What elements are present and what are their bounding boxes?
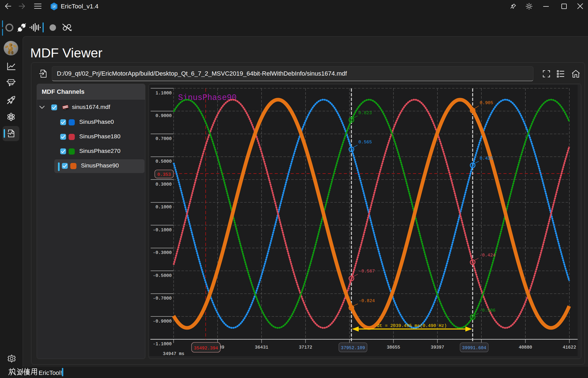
svg-text:-0.1000: -0.1000 [153, 228, 172, 233]
svg-text:-0.567: -0.567 [359, 269, 375, 274]
svg-text:dt = 2039.495 ms(0.490 Hz): dt = 2039.495 ms(0.490 Hz) [377, 323, 447, 328]
svg-text:-0.906: -0.906 [479, 308, 496, 313]
svg-text:0.823: 0.823 [358, 111, 372, 116]
svg-text:-1.1000: -1.1000 [153, 342, 172, 347]
svg-text:37952.109: 37952.109 [341, 346, 365, 351]
svg-text:EricTool!: EricTool! [39, 369, 62, 376]
svg-text:0.353: 0.353 [157, 172, 171, 177]
svg-text:36431: 36431 [255, 345, 268, 350]
svg-text:-0.7000: -0.7000 [153, 296, 172, 301]
svg-text:-0.3000: -0.3000 [153, 250, 172, 255]
svg-text:0.905: 0.905 [480, 101, 493, 106]
svg-text:0.9000: 0.9000 [155, 113, 172, 118]
svg-text:0.3000: 0.3000 [155, 182, 172, 187]
svg-text:41622: 41622 [563, 345, 576, 350]
svg-text:39991.604: 39991.604 [462, 346, 486, 351]
svg-text:37172: 37172 [299, 345, 312, 350]
svg-text:0.7000: 0.7000 [155, 136, 172, 141]
svg-text:-0.424: -0.424 [479, 253, 496, 258]
svg-text:-0.9000: -0.9000 [153, 319, 172, 324]
svg-text:1.1000: 1.1000 [155, 91, 172, 96]
svg-text:0.5000: 0.5000 [155, 159, 172, 164]
svg-text:0.1000: 0.1000 [155, 205, 172, 210]
svg-text:34947 ms: 34947 ms [163, 351, 185, 356]
svg-text:38655: 38655 [387, 345, 400, 350]
svg-text:0.425: 0.425 [480, 156, 493, 161]
svg-text:35492.394: 35492.394 [194, 346, 218, 351]
svg-text:0.565: 0.565 [358, 140, 372, 145]
svg-text:40880: 40880 [519, 345, 532, 350]
svg-text:39397: 39397 [431, 345, 444, 350]
svg-text:-0.824: -0.824 [359, 298, 375, 304]
svg-text:-0.5000: -0.5000 [153, 273, 172, 278]
